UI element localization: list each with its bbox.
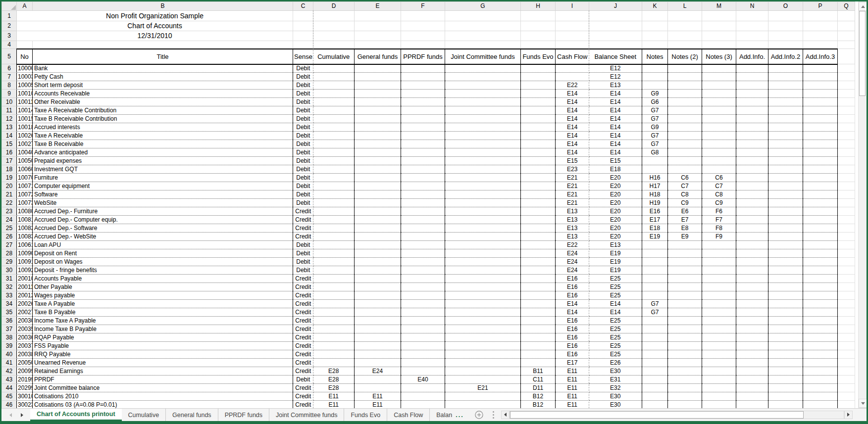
cell[interactable]: [702, 258, 736, 266]
cell[interactable]: [313, 317, 355, 325]
cell[interactable]: Debit: [293, 199, 313, 207]
row-number[interactable]: 29: [2, 258, 17, 266]
cell[interactable]: [355, 317, 401, 325]
cell[interactable]: [521, 174, 556, 182]
cell[interactable]: [556, 41, 589, 49]
cell[interactable]: [768, 283, 803, 291]
row-number[interactable]: 4: [2, 41, 17, 49]
column-header-p[interactable]: P: [803, 2, 838, 11]
cell[interactable]: [768, 73, 803, 81]
cell[interactable]: [521, 333, 556, 342]
row-number[interactable]: 14: [2, 132, 17, 140]
cell[interactable]: [803, 266, 838, 275]
cell[interactable]: [803, 283, 838, 291]
cell[interactable]: E15: [589, 157, 642, 165]
cell[interactable]: E20: [589, 207, 642, 216]
cell[interactable]: [838, 41, 855, 49]
cell[interactable]: [642, 241, 668, 249]
cell[interactable]: [355, 325, 401, 333]
table-header-no[interactable]: No: [17, 49, 33, 64]
cell[interactable]: [445, 148, 521, 157]
cell[interactable]: Credit: [293, 350, 313, 359]
row-number[interactable]: 45: [2, 392, 17, 401]
cell[interactable]: [445, 41, 521, 49]
cell[interactable]: [313, 216, 355, 224]
cell[interactable]: Credit: [293, 384, 313, 392]
cell[interactable]: [313, 283, 355, 291]
cell[interactable]: E20: [589, 182, 642, 190]
cell[interactable]: [521, 98, 556, 106]
cell[interactable]: [838, 174, 855, 182]
cell[interactable]: [702, 64, 736, 73]
cell[interactable]: [445, 283, 521, 291]
cell[interactable]: [401, 132, 445, 140]
cell[interactable]: [768, 266, 803, 275]
cell[interactable]: 20036: [17, 333, 33, 342]
cell[interactable]: Debit: [293, 73, 313, 81]
vscroll-down-button[interactable]: [859, 399, 867, 408]
cell[interactable]: F6: [702, 207, 736, 216]
cell[interactable]: C9: [668, 199, 702, 207]
cell[interactable]: [355, 11, 401, 21]
hscroll-right-button[interactable]: [844, 411, 853, 419]
cell[interactable]: [803, 317, 838, 325]
cell[interactable]: 10003: [17, 73, 33, 81]
cell[interactable]: E13: [589, 241, 642, 249]
cell[interactable]: [838, 49, 855, 64]
cell[interactable]: [803, 300, 838, 308]
cell[interactable]: [803, 258, 838, 266]
cell[interactable]: [668, 376, 702, 384]
cell[interactable]: 20037: [17, 342, 33, 350]
cell[interactable]: [838, 21, 855, 31]
cell[interactable]: 20027: [17, 308, 33, 317]
cell[interactable]: H17: [642, 182, 668, 190]
cell[interactable]: [355, 174, 401, 182]
cell[interactable]: [313, 359, 355, 367]
cell[interactable]: [521, 350, 556, 359]
cell[interactable]: [521, 115, 556, 123]
cell[interactable]: [768, 359, 803, 367]
cell[interactable]: [313, 148, 355, 157]
cell[interactable]: [668, 123, 702, 132]
cell[interactable]: E16: [642, 207, 668, 216]
cell[interactable]: [668, 258, 702, 266]
table-header-joint-committee-funds[interactable]: Joint Committee funds: [445, 49, 521, 64]
cell[interactable]: [702, 249, 736, 258]
column-header-h[interactable]: H: [521, 2, 556, 11]
cell[interactable]: [768, 401, 803, 409]
cell[interactable]: [556, 21, 589, 31]
cell[interactable]: G7: [642, 308, 668, 317]
cell[interactable]: [445, 115, 521, 123]
cell[interactable]: [401, 392, 445, 401]
cell[interactable]: [803, 308, 838, 317]
cell[interactable]: [668, 401, 702, 409]
cell[interactable]: [702, 342, 736, 350]
cell[interactable]: [521, 64, 556, 73]
cell[interactable]: [702, 21, 736, 31]
cell[interactable]: [736, 90, 768, 98]
cell[interactable]: [313, 275, 355, 283]
cell[interactable]: [736, 216, 768, 224]
cell[interactable]: E24: [556, 258, 589, 266]
cell[interactable]: [668, 275, 702, 283]
cell[interactable]: [803, 350, 838, 359]
cell[interactable]: [556, 11, 589, 21]
cell[interactable]: [313, 73, 355, 81]
column-header-q[interactable]: Q: [838, 2, 855, 11]
cell[interactable]: [768, 165, 803, 174]
cell[interactable]: [803, 384, 838, 392]
row-number[interactable]: 30: [2, 266, 17, 275]
cell[interactable]: [803, 224, 838, 233]
cell[interactable]: [642, 21, 668, 31]
cell[interactable]: E14: [556, 106, 589, 115]
cell[interactable]: 20011: [17, 283, 33, 291]
cell[interactable]: Retained Earnings: [33, 367, 293, 376]
cell[interactable]: [668, 283, 702, 291]
cell[interactable]: Other Receivable: [33, 98, 293, 106]
tab-funds-evo[interactable]: Funds Evo: [344, 409, 387, 421]
cell[interactable]: [736, 367, 768, 376]
row-number[interactable]: 17: [2, 157, 17, 165]
cell[interactable]: [736, 291, 768, 300]
table-header-notes-3[interactable]: Notes (3): [702, 49, 736, 64]
cell[interactable]: [521, 342, 556, 350]
